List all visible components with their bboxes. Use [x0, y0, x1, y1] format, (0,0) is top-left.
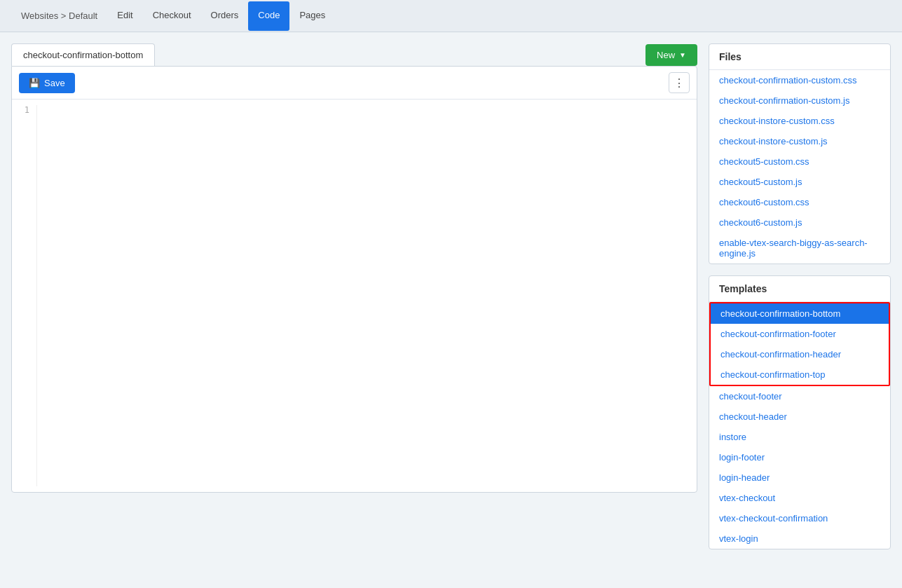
nav-item-checkout[interactable]: Checkout — [143, 1, 201, 31]
template-item[interactable]: checkout-confirmation-header — [711, 344, 889, 364]
file-item[interactable]: checkout-instore-custom.js — [709, 131, 890, 151]
tab-bar: checkout-confirmation-bottom New ▼ — [11, 43, 697, 66]
template-item-active[interactable]: checkout-confirmation-bottom — [711, 303, 889, 324]
template-item[interactable]: checkout-confirmation-footer — [711, 324, 889, 344]
save-button[interactable]: 💾 Save — [19, 73, 75, 93]
template-item[interactable]: instore — [709, 427, 890, 447]
file-item[interactable]: checkout-confirmation-custom.js — [709, 90, 890, 111]
breadcrumb: Websites > Default — [11, 11, 107, 21]
file-item[interactable]: checkout5-custom.css — [709, 151, 890, 172]
nav-item-code[interactable]: Code — [248, 1, 289, 31]
line-numbers: 1 — [12, 105, 37, 486]
save-icon: 💾 — [29, 78, 40, 88]
new-button-label: New — [657, 50, 675, 60]
editor-body: 1 — [12, 100, 697, 492]
template-item[interactable]: login-footer — [709, 447, 890, 467]
nav-item-pages[interactable]: Pages — [289, 1, 335, 31]
right-sidebar: Files checkout-confirmation-custom.css c… — [709, 43, 891, 561]
template-item[interactable]: vtex-login — [709, 528, 890, 549]
template-item[interactable]: vtex-checkout — [709, 488, 890, 508]
editor-toolbar: 💾 Save ⋮ — [12, 67, 697, 100]
files-section: Files checkout-confirmation-custom.css c… — [709, 43, 891, 264]
nav-item-orders[interactable]: Orders — [201, 1, 249, 31]
template-item[interactable]: checkout-confirmation-top — [711, 364, 889, 385]
chevron-down-icon: ▼ — [679, 51, 686, 59]
file-item[interactable]: checkout-confirmation-custom.css — [709, 70, 890, 90]
line-number-1: 1 — [19, 105, 29, 115]
file-item[interactable]: checkout6-custom.js — [709, 212, 890, 233]
template-outlined-group: checkout-confirmation-bottom checkout-co… — [709, 302, 890, 386]
files-header: Files — [709, 44, 890, 70]
template-item[interactable]: vtex-checkout-confirmation — [709, 508, 890, 528]
template-item[interactable]: checkout-header — [709, 406, 890, 427]
templates-section: Templates checkout-confirmation-bottom c… — [709, 275, 891, 549]
new-button[interactable]: New ▼ — [645, 44, 697, 66]
editor-area: checkout-confirmation-bottom New ▼ 💾 Sav… — [11, 43, 697, 561]
file-item[interactable]: checkout5-custom.js — [709, 172, 890, 192]
editor-content[interactable] — [37, 105, 697, 486]
template-item[interactable]: checkout-footer — [709, 386, 890, 406]
save-button-label: Save — [44, 78, 65, 88]
top-nav: Websites > Default Edit Checkout Orders … — [0, 0, 902, 32]
main-content: checkout-confirmation-bottom New ▼ 💾 Sav… — [0, 32, 902, 572]
file-item[interactable]: checkout6-custom.css — [709, 192, 890, 212]
editor-tab[interactable]: checkout-confirmation-bottom — [11, 43, 155, 66]
editor-box: 💾 Save ⋮ 1 — [11, 66, 697, 493]
template-item[interactable]: login-header — [709, 467, 890, 488]
kebab-button[interactable]: ⋮ — [669, 72, 690, 93]
templates-header: Templates — [709, 276, 890, 302]
nav-item-edit[interactable]: Edit — [107, 1, 142, 31]
file-item[interactable]: enable-vtex-search-biggy-as-search-engin… — [709, 233, 890, 264]
file-item[interactable]: checkout-instore-custom.css — [709, 111, 890, 131]
